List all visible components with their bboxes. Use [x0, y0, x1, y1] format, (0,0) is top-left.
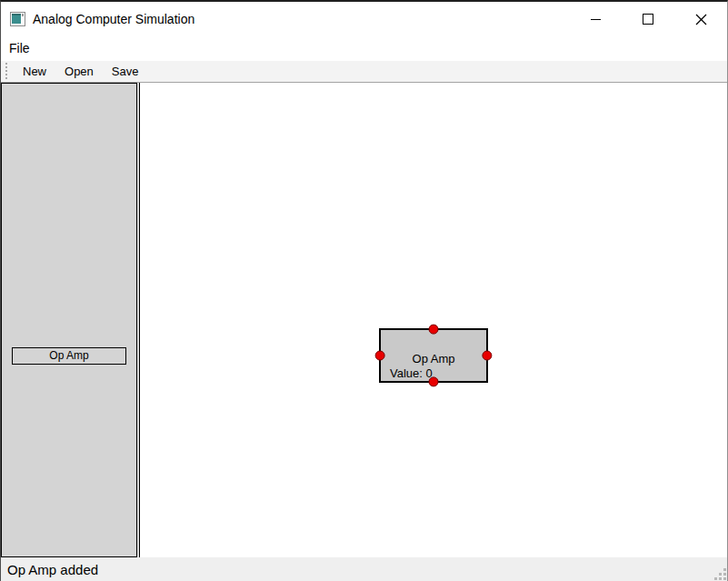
toolbar: New Open Save [1, 60, 727, 83]
port-bottom-icon[interactable] [429, 376, 439, 386]
close-icon [695, 14, 707, 25]
title-bar[interactable]: Analog Computer Simulation [1, 2, 727, 36]
op-amp-palette-button[interactable]: Op Amp [12, 347, 126, 365]
component-value: Value: 0 [390, 366, 433, 380]
app-icon [10, 12, 25, 26]
port-right-icon[interactable] [482, 351, 492, 361]
menu-bar: File [1, 36, 727, 60]
app-window: Analog Computer Simulation File New Open… [0, 0, 728, 581]
window-title: Analog Computer Simulation [33, 12, 194, 26]
minimize-button[interactable] [569, 2, 622, 36]
component-palette: Op Amp [1, 83, 137, 557]
main-area: Op Amp Op Amp Value: 0 [1, 83, 727, 557]
menu-file[interactable]: File [4, 39, 35, 57]
save-button[interactable]: Save [105, 64, 145, 79]
component-label: Op Amp [381, 352, 486, 366]
circuit-canvas[interactable]: Op Amp Value: 0 [139, 83, 727, 557]
maximize-icon [643, 14, 653, 25]
window-controls [569, 2, 727, 36]
toolbar-grip-icon[interactable] [5, 63, 7, 79]
port-left-icon[interactable] [375, 351, 385, 361]
op-amp-component[interactable]: Op Amp Value: 0 [379, 328, 488, 383]
new-button[interactable]: New [16, 64, 53, 79]
port-top-icon[interactable] [429, 325, 439, 335]
maximize-button[interactable] [622, 2, 674, 36]
status-message: Op Amp added [7, 562, 98, 577]
status-bar: Op Amp added [1, 557, 727, 581]
open-button[interactable]: Open [58, 64, 100, 79]
minimize-icon [591, 19, 601, 20]
resize-grip-icon[interactable] [714, 568, 726, 580]
close-button[interactable] [674, 2, 727, 36]
